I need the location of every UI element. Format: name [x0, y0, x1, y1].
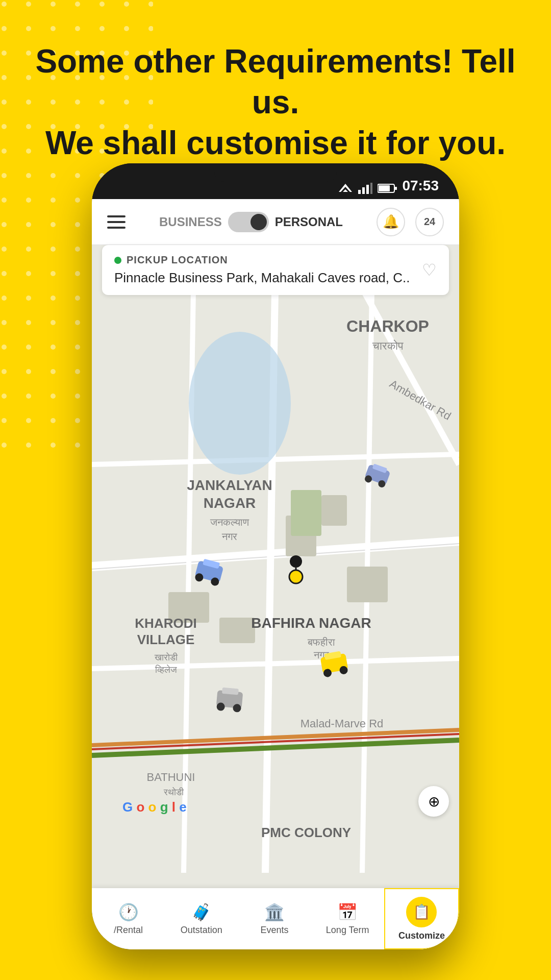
svg-text:खारोडी: खारोडी: [154, 652, 178, 663]
svg-rect-28: [219, 618, 255, 643]
signal-icon: [358, 183, 372, 194]
svg-text:G
            o
            o
: G o o g l e: [122, 799, 187, 815]
nav-item-longterm[interactable]: 📅 Long Term: [311, 888, 384, 949]
app-screen: BUSINESS PERSONAL 🔔 24: [92, 199, 459, 949]
svg-text:रथोडी: रथोडी: [163, 787, 184, 797]
events-label: Events: [260, 925, 288, 936]
phone-notch: [214, 163, 337, 182]
svg-rect-7: [366, 185, 369, 194]
battery-icon: [378, 183, 397, 193]
svg-rect-6: [362, 187, 365, 194]
rental-label: /Rental: [114, 925, 143, 936]
svg-point-64: [289, 570, 303, 583]
business-personal-toggle[interactable]: [228, 212, 269, 232]
svg-text:JANKALYAN: JANKALYAN: [187, 477, 272, 493]
notification-button[interactable]: 🔔: [377, 208, 405, 236]
outstation-icon: 🧳: [191, 902, 212, 922]
hero-line2: We shall customise it for you.: [45, 125, 506, 161]
svg-rect-10: [379, 185, 390, 191]
svg-text:NAGAR: NAGAR: [204, 495, 256, 511]
toggle-knob: [251, 214, 267, 230]
business-label: BUSINESS: [159, 215, 222, 229]
rental-icon: 🕐: [118, 902, 139, 922]
svg-rect-8: [370, 183, 372, 194]
svg-rect-30: [291, 490, 321, 536]
longterm-icon: 📅: [337, 902, 358, 922]
compass-button[interactable]: ⊕: [418, 786, 449, 817]
events-icon: 🏛️: [264, 902, 285, 922]
svg-text:BAFHIRA NAGAR: BAFHIRA NAGAR: [251, 615, 371, 631]
customize-icon: 📋: [413, 903, 431, 920]
svg-rect-11: [395, 187, 397, 190]
hamburger-button[interactable]: [107, 215, 126, 229]
svg-point-24: [189, 332, 291, 475]
support-button[interactable]: 24: [415, 208, 444, 236]
compass-icon: ⊕: [428, 793, 440, 810]
bottom-nav: 🕐 /Rental 🧳 Outstation 🏛️ Events 📅 Long …: [92, 888, 459, 949]
hero-title: Some other Requirements! Tell us. We sha…: [31, 41, 520, 163]
toggle-area: BUSINESS PERSONAL: [159, 212, 343, 232]
outstation-label: Outstation: [181, 925, 222, 936]
customize-label: Customize: [398, 930, 445, 941]
top-bar: BUSINESS PERSONAL 🔔 24: [92, 199, 459, 245]
personal-label: PERSONAL: [275, 215, 343, 229]
pickup-info: PICKUP LOCATION Pinnacle Business Park, …: [114, 254, 422, 286]
svg-text:VILLAGE: VILLAGE: [137, 632, 195, 647]
nav-item-events[interactable]: 🏛️ Events: [238, 888, 311, 949]
nav-item-outstation[interactable]: 🧳 Outstation: [165, 888, 238, 949]
top-icons: 🔔 24: [377, 208, 444, 236]
customize-icon-wrap: 📋: [406, 897, 437, 927]
svg-text:व्हिलेज: व्हिलेज: [155, 664, 177, 675]
map-area[interactable]: CHARKOP चारकोप Ambedkar Rd JANKALYAN NAG…: [92, 245, 459, 888]
status-time: 07:53: [402, 178, 439, 194]
svg-text:BATHUNI: BATHUNI: [147, 771, 195, 783]
hero-line1: Some other Requirements! Tell us.: [35, 43, 515, 120]
svg-text:जनकल्याण: जनकल्याण: [210, 517, 249, 528]
map-svg: CHARKOP चारकोप Ambedkar Rd JANKALYAN NAG…: [92, 245, 459, 888]
status-icons: [338, 183, 397, 194]
svg-text:KHARODI: KHARODI: [135, 616, 196, 631]
svg-text:CHARKOP: CHARKOP: [346, 317, 429, 335]
phone-frame: 07:53 BUSINESS PERSONAL: [92, 163, 459, 949]
pickup-address: Pinnacle Business Park, Mahakali Caves r…: [114, 270, 422, 286]
svg-rect-29: [347, 567, 388, 602]
pickup-bar[interactable]: PICKUP LOCATION Pinnacle Business Park, …: [102, 245, 449, 295]
green-dot-icon: [114, 257, 121, 264]
pickup-label-row: PICKUP LOCATION: [114, 254, 422, 266]
pickup-label: PICKUP LOCATION: [127, 254, 228, 266]
support-icon: 24: [424, 216, 435, 228]
bell-icon: 🔔: [383, 214, 399, 230]
hero-section: Some other Requirements! Tell us. We sha…: [31, 41, 520, 163]
svg-text:Malad-Marve Rd: Malad-Marve Rd: [300, 717, 384, 730]
svg-text:PMC COLONY: PMC COLONY: [261, 825, 351, 840]
svg-text:बफहीरा: बफहीरा: [307, 636, 335, 648]
svg-point-62: [290, 555, 302, 568]
nav-item-customize[interactable]: 📋 Customize: [384, 888, 459, 949]
svg-rect-5: [358, 190, 361, 194]
wifi-icon: [338, 183, 353, 194]
svg-text:चारकोप: चारकोप: [372, 339, 404, 352]
nav-item-rental[interactable]: 🕐 /Rental: [92, 888, 165, 949]
svg-rect-26: [321, 495, 347, 526]
favorite-button[interactable]: ♡: [422, 260, 437, 280]
longterm-label: Long Term: [326, 925, 369, 936]
phone-mockup: 07:53 BUSINESS PERSONAL: [92, 163, 459, 949]
svg-text:नगर: नगर: [221, 531, 237, 542]
